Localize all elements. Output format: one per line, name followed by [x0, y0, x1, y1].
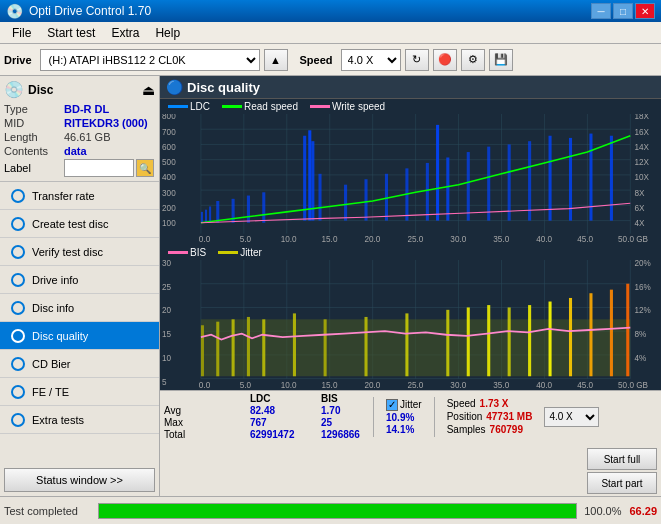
- svg-text:300: 300: [162, 187, 176, 197]
- svg-rect-54: [308, 130, 311, 220]
- close-button[interactable]: ✕: [635, 3, 655, 19]
- svg-text:40.0: 40.0: [536, 234, 552, 244]
- sidebar-item-create-test-disc[interactable]: Create test disc: [0, 210, 159, 238]
- menu-help[interactable]: Help: [147, 24, 188, 42]
- speed-label: Speed: [300, 54, 333, 66]
- svg-rect-46: [201, 212, 203, 223]
- svg-rect-115: [247, 316, 250, 375]
- svg-rect-61: [426, 163, 429, 221]
- svg-rect-71: [610, 136, 613, 221]
- stats-bar: LDC BIS Avg 82.48 1.70 Max 767 25 Total …: [160, 390, 661, 496]
- read-speed-legend: Read speed: [222, 101, 298, 112]
- cd-bier-icon: [8, 354, 28, 374]
- position-label: Position: [447, 411, 483, 422]
- svg-text:10: 10: [162, 352, 171, 363]
- menu-file[interactable]: File: [4, 24, 39, 42]
- sidebar-item-disc-info[interactable]: Disc info: [0, 294, 159, 322]
- svg-rect-123: [487, 305, 490, 376]
- svg-rect-119: [364, 316, 367, 375]
- svg-rect-129: [610, 289, 613, 376]
- disc-contents-row: Contents data: [4, 145, 155, 157]
- settings-button[interactable]: ⚙: [461, 49, 485, 71]
- ldc-col-header: LDC: [250, 393, 305, 404]
- sidebar-item-fe-te[interactable]: FE / TE: [0, 378, 159, 406]
- svg-rect-125: [528, 305, 531, 376]
- status-window-button[interactable]: Status window >>: [4, 468, 155, 492]
- burn-button[interactable]: 🔴: [433, 49, 457, 71]
- position-row: Position 47731 MB: [447, 411, 533, 422]
- jitter-stats: ✓ Jitter 10.9% 14.1%: [386, 399, 422, 435]
- bis-legend: BIS: [168, 247, 206, 258]
- menu-extra[interactable]: Extra: [103, 24, 147, 42]
- menu-start-test[interactable]: Start test: [39, 24, 103, 42]
- svg-text:50.0 GB: 50.0 GB: [618, 234, 648, 244]
- jitter-checkbox[interactable]: ✓: [386, 399, 398, 411]
- disc-eject-icon[interactable]: ⏏: [142, 82, 155, 98]
- chart-speed-select[interactable]: 4.0 X: [544, 407, 599, 427]
- jitter-legend: Jitter: [218, 247, 262, 258]
- disc-quality-header: 🔵 Disc quality: [160, 76, 661, 99]
- sidebar-item-drive-info[interactable]: Drive info: [0, 266, 159, 294]
- sidebar-item-extra-tests[interactable]: Extra tests: [0, 406, 159, 434]
- disc-quality-title: Disc quality: [187, 80, 260, 95]
- svg-rect-70: [589, 134, 592, 221]
- extra-tests-icon: [8, 410, 28, 430]
- progress-bar-outer: [98, 503, 577, 519]
- svg-rect-56: [318, 174, 321, 221]
- menu-bar: File Start test Extra Help: [0, 22, 661, 44]
- svg-rect-113: [216, 321, 219, 376]
- jitter-avg: 10.9%: [386, 412, 422, 423]
- disc-label-search-button[interactable]: 🔍: [136, 159, 154, 177]
- drive-select[interactable]: (H:) ATAPI iHBS112 2 CL0K: [40, 49, 260, 71]
- disc-label-row: Label 🔍: [4, 159, 155, 177]
- sidebar-item-cd-bier[interactable]: CD Bier: [0, 350, 159, 378]
- sidebar-item-disc-quality[interactable]: Disc quality: [0, 322, 159, 350]
- speed-stat-value: 1.73 X: [480, 398, 509, 409]
- save-button[interactable]: 💾: [489, 49, 513, 71]
- svg-rect-116: [262, 319, 265, 376]
- start-full-button[interactable]: Start full: [587, 448, 657, 470]
- speed-select-container: 4.0 X: [544, 407, 599, 427]
- svg-text:8X: 8X: [634, 187, 644, 197]
- nav-label-disc-info: Disc info: [32, 302, 74, 314]
- ldc-color: [168, 105, 188, 108]
- stats-spacer: [164, 393, 234, 404]
- refresh-button[interactable]: ↻: [405, 49, 429, 71]
- bottom-chart-area: 30 25 20 15 10 5 20% 16% 12% 8% 4% 0.0: [160, 260, 661, 391]
- total-label: Total: [164, 429, 234, 440]
- transfer-rate-icon: [8, 186, 28, 206]
- nav-label-disc-quality: Disc quality: [32, 330, 88, 342]
- window-controls: ─ □ ✕: [591, 3, 655, 19]
- start-part-button[interactable]: Start part: [587, 472, 657, 494]
- svg-text:25: 25: [162, 281, 171, 292]
- eject-button[interactable]: ▲: [264, 49, 288, 71]
- content-area: 🔵 Disc quality LDC Read speed: [160, 76, 661, 496]
- write-speed-legend: Write speed: [310, 101, 385, 112]
- sidebar-item-transfer-rate[interactable]: Transfer rate: [0, 182, 159, 210]
- maximize-button[interactable]: □: [613, 3, 633, 19]
- nav-label-drive-info: Drive info: [32, 274, 78, 286]
- svg-rect-127: [569, 297, 572, 375]
- sidebar-item-verify-test-disc[interactable]: Verify test disc: [0, 238, 159, 266]
- drive-toolbar: Drive (H:) ATAPI iHBS112 2 CL0K ▲ Speed …: [0, 44, 661, 76]
- minimize-button[interactable]: ─: [591, 3, 611, 19]
- svg-text:8%: 8%: [634, 328, 646, 339]
- svg-text:200: 200: [162, 203, 176, 213]
- nav-label-extra-tests: Extra tests: [32, 414, 84, 426]
- speed-select[interactable]: 4.0 X: [341, 49, 401, 71]
- svg-text:35.0: 35.0: [493, 379, 509, 390]
- top-chart-svg: 800 700 600 500 400 300 200 100 18X 16X …: [160, 114, 661, 245]
- svg-text:15: 15: [162, 328, 171, 339]
- disc-mid-row: MID RITEKDR3 (000): [4, 117, 155, 129]
- svg-rect-111: [201, 319, 630, 376]
- disc-label-input[interactable]: [64, 159, 134, 177]
- window-title: Opti Drive Control 1.70: [29, 4, 591, 18]
- charts-container: LDC Read speed Write speed: [160, 99, 661, 390]
- svg-rect-49: [216, 201, 219, 223]
- disc-mid-value: RITEKDR3 (000): [64, 117, 148, 129]
- svg-text:20%: 20%: [634, 260, 650, 268]
- nav-label-fe-te: FE / TE: [32, 386, 69, 398]
- svg-text:25.0: 25.0: [407, 234, 423, 244]
- svg-text:100: 100: [162, 218, 176, 228]
- speed-position-stats: Speed 1.73 X Position 47731 MB Samples 7…: [447, 398, 533, 435]
